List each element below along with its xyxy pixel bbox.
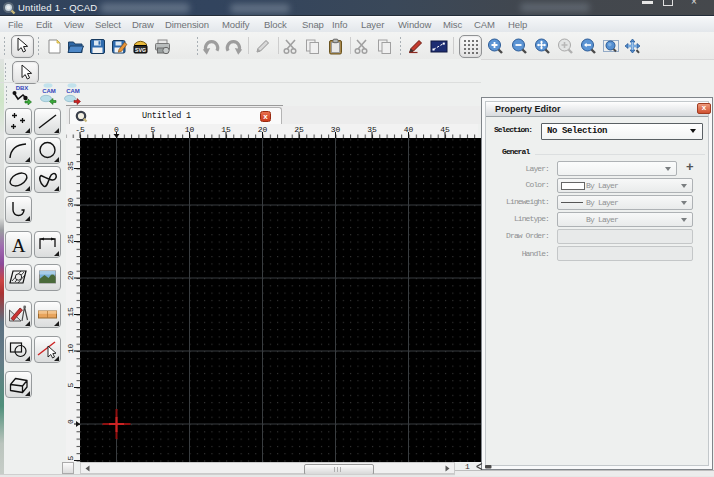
svg-text:0: 0 (66, 419, 75, 424)
svg-text:5: 5 (151, 125, 156, 134)
svg-text:15: 15 (66, 307, 75, 317)
svg-text:CAM: CAM (66, 88, 80, 94)
svg-text:25: 25 (66, 234, 75, 244)
svg-text:5: 5 (66, 455, 75, 460)
svg-text:15: 15 (221, 125, 231, 134)
svg-text:DBX: DBX (16, 85, 29, 91)
svg-text:25: 25 (294, 125, 304, 134)
svg-text:35: 35 (367, 125, 377, 134)
svg-text:35: 35 (66, 161, 75, 171)
svg-text:30: 30 (66, 198, 75, 208)
svg-text:20: 20 (66, 271, 75, 281)
svg-text:0: 0 (114, 125, 119, 134)
svg-text:-5: -5 (75, 125, 85, 134)
svg-text:10: 10 (66, 344, 75, 354)
svg-text:40: 40 (404, 125, 414, 134)
svg-text:30: 30 (331, 125, 341, 134)
svg-text:A: A (12, 235, 26, 256)
svg-text:10: 10 (185, 125, 195, 134)
svg-text:CAM: CAM (42, 88, 56, 94)
svg-text:SVG: SVG (135, 46, 146, 52)
svg-text:20: 20 (258, 125, 268, 134)
svg-text:5: 5 (66, 382, 75, 387)
svg-text:45: 45 (440, 125, 450, 134)
